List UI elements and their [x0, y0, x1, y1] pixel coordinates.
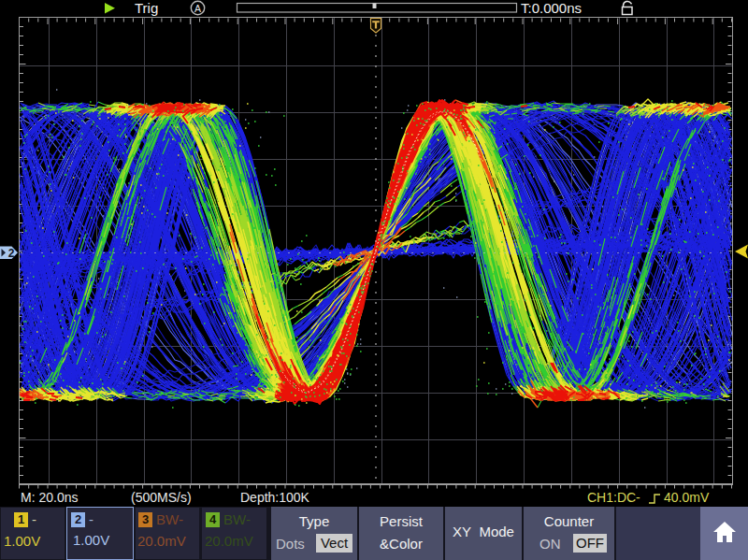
svg-text:A: A: [194, 3, 201, 14]
svg-text:2: 2: [8, 247, 15, 260]
